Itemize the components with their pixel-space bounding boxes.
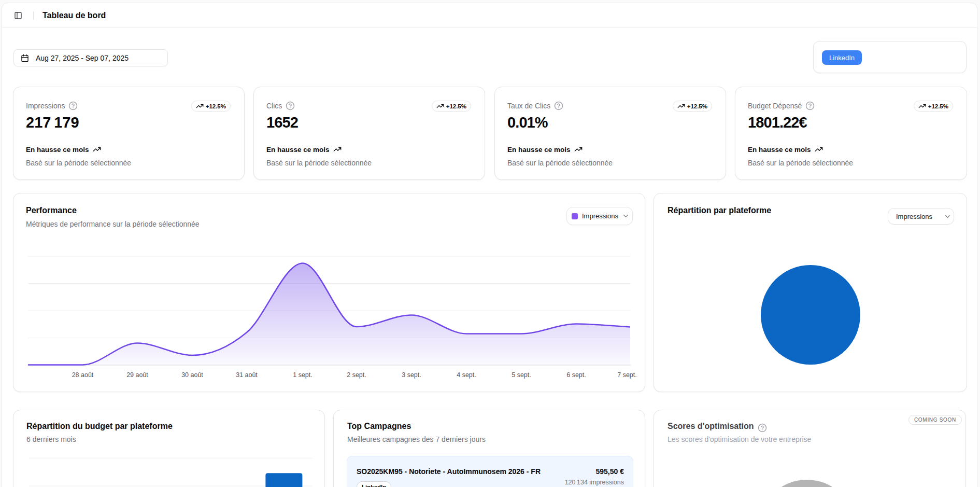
svg-text:29 août: 29 août [126, 371, 148, 379]
svg-text:31 août: 31 août [236, 371, 258, 379]
svg-text:28 août: 28 août [72, 371, 94, 379]
svg-text:6 sept.: 6 sept. [566, 371, 586, 379]
svg-text:5 sept.: 5 sept. [512, 371, 531, 379]
svg-text:1 sept.: 1 sept. [293, 371, 313, 379]
svg-text:7 sept.: 7 sept. [617, 371, 637, 379]
svg-text:3 sept.: 3 sept. [402, 371, 421, 379]
svg-text:2 sept.: 2 sept. [347, 371, 366, 379]
svg-text:4 sept.: 4 sept. [457, 371, 476, 379]
svg-text:30 août: 30 août [181, 371, 203, 379]
